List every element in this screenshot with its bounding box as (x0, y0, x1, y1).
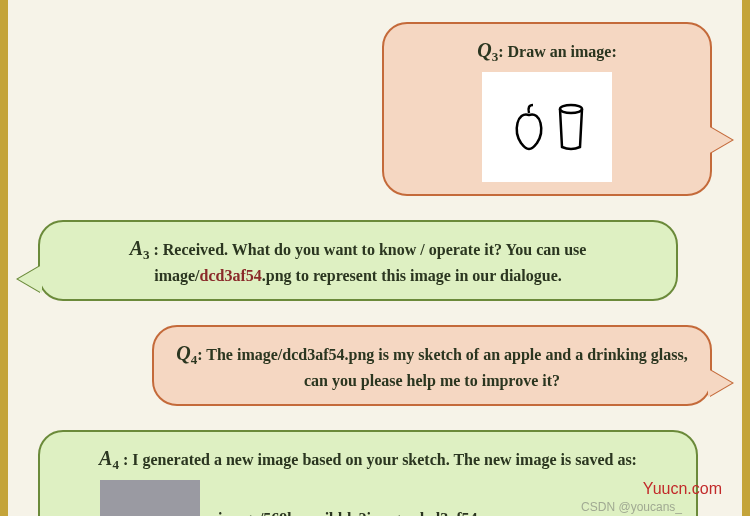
a4-line1: : I generated a new image based on your … (119, 451, 637, 468)
answer-3-bubble: A3 : Received. What do you want to know … (38, 220, 678, 301)
generated-image-thumbnail (100, 480, 200, 516)
a3-text-post: .png to represent this image in our dial… (262, 267, 562, 284)
q3-label-line: Q3: Draw an image: (477, 36, 617, 66)
question-4-bubble: Q4: The image/dcd3af54.png is my sketch … (152, 325, 712, 406)
q4-text: : The image/dcd3af54.png is my sketch of… (197, 346, 687, 388)
q3-text: : Draw an image: (498, 43, 617, 60)
watermark-text: Yuucn.com (643, 480, 722, 498)
apple-sketch-icon (509, 103, 549, 151)
csdn-attribution: CSDN @youcans_ (581, 500, 682, 514)
q3-symbol: Q (477, 39, 491, 61)
glass-sketch-icon (557, 103, 585, 151)
a4-path-line1: image/569b_scribble2image_dcd3af54 (218, 508, 478, 516)
svg-point-0 (560, 105, 582, 113)
q4-symbol: Q (176, 342, 190, 364)
a3-image-hash: dcd3af54 (200, 267, 262, 284)
question-3-bubble: Q3: Draw an image: (382, 22, 712, 196)
sketch-image (482, 72, 612, 182)
a4-symbol: A (99, 447, 112, 469)
a3-symbol: A (130, 237, 143, 259)
